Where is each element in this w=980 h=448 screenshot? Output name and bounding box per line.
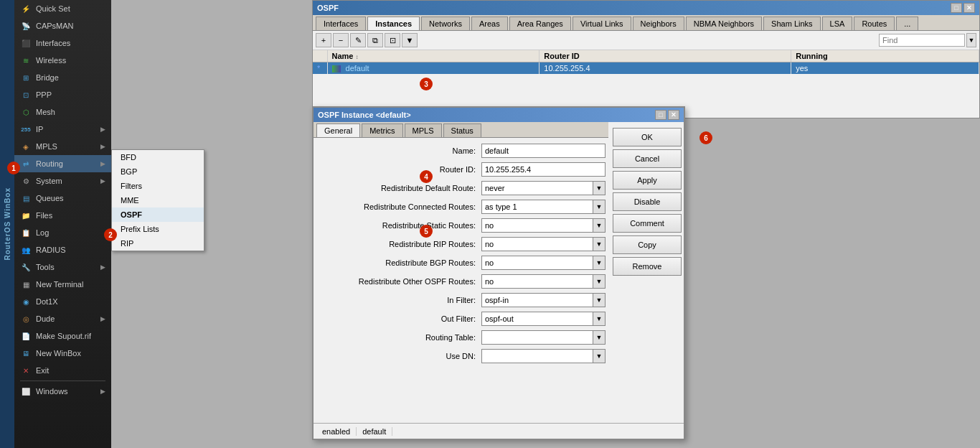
select-redistribute-rip[interactable] <box>481 237 593 251</box>
sidebar-item-label: IP <box>36 125 100 134</box>
tab-routes[interactable]: Routes <box>854 17 895 30</box>
sidebar-item-radius[interactable]: 👥 RADIUS <box>14 241 111 258</box>
tab-areas[interactable]: Areas <box>471 17 508 30</box>
sidebar-item-files[interactable]: 📁 Files <box>14 207 111 224</box>
tab-status[interactable]: Status <box>443 123 481 137</box>
search-dropdown[interactable]: ▼ <box>966 33 976 47</box>
sidebar-item-label: PPP <box>36 90 105 99</box>
sidebar-item-dude[interactable]: ◎ Dude ▶ <box>14 310 111 327</box>
input-name[interactable] <box>481 144 606 158</box>
tab-instances[interactable]: Instances <box>367 17 420 30</box>
select-out-filter[interactable] <box>481 312 593 326</box>
sidebar-item-mesh[interactable]: ⬡ Mesh <box>14 103 111 121</box>
select-redistribute-default[interactable] <box>481 181 593 195</box>
col-running-header[interactable]: Running <box>791 50 979 62</box>
tab-lsa[interactable]: LSA <box>822 17 853 30</box>
context-menu-item-mme[interactable]: MME <box>112 193 204 207</box>
instance-close-button[interactable]: ✕ <box>668 110 679 120</box>
search-input[interactable] <box>879 34 965 47</box>
sidebar-item-quick-set[interactable]: ⚡ Quick Set <box>14 0 111 17</box>
disable-button[interactable]: Disable <box>613 192 682 211</box>
sidebar-item-log[interactable]: 📋 Log <box>14 224 111 241</box>
copy-button[interactable]: Copy <box>613 235 682 254</box>
dropdown-redistribute-other-ospf[interactable]: ▼ <box>593 274 606 289</box>
sidebar-item-ppp[interactable]: ⊡ PPP <box>14 86 111 103</box>
instances-table: Name ↕ Router ID Running * default 10.25… <box>313 50 979 74</box>
add-button[interactable]: + <box>316 33 331 47</box>
dropdown-redistribute-bgp[interactable]: ▼ <box>593 256 606 270</box>
remove-button[interactable]: Remove <box>613 257 682 276</box>
context-menu-item-prefix-lists[interactable]: Prefix Lists <box>112 222 204 236</box>
sidebar-item-capsman[interactable]: 📡 CAPsMAN <box>14 17 111 34</box>
dropdown-in-filter[interactable]: ▼ <box>593 293 606 307</box>
sidebar-item-ip[interactable]: 255 IP ▶ <box>14 121 111 138</box>
dropdown-redistribute-rip[interactable]: ▼ <box>593 237 606 251</box>
sidebar-item-exit[interactable]: ✕ Exit <box>14 362 111 379</box>
context-menu-item-ospf[interactable]: OSPF <box>112 207 204 222</box>
tab-networks[interactable]: Networks <box>421 17 470 30</box>
sidebar-item-interfaces[interactable]: ⬛ Interfaces <box>14 34 111 52</box>
sidebar-item-label: New WinBox <box>36 349 105 358</box>
select-routing-table[interactable] <box>481 330 593 345</box>
col-router-id-header[interactable]: Router ID <box>540 50 791 62</box>
instance-maximize-button[interactable]: □ <box>655 110 666 120</box>
tab-general[interactable]: General <box>316 123 360 137</box>
context-menu-item-bfd[interactable]: BFD <box>112 150 204 164</box>
sidebar-item-mpls[interactable]: ◈ MPLS ▶ <box>14 138 111 155</box>
tab-virtual-links[interactable]: Virtual Links <box>573 17 631 30</box>
tab-metrics[interactable]: Metrics <box>362 123 402 137</box>
edit-button[interactable]: ✎ <box>350 33 366 47</box>
dropdown-redistribute-connected[interactable]: ▼ <box>593 200 606 214</box>
maximize-button[interactable]: □ <box>951 3 962 13</box>
filter-button[interactable]: ▼ <box>402 33 418 47</box>
select-redistribute-other-ospf[interactable] <box>481 274 593 289</box>
select-redistribute-connected[interactable] <box>481 200 593 214</box>
col-marker <box>313 50 327 62</box>
select-redistribute-bgp[interactable] <box>481 256 593 270</box>
sidebar-item-label: Routing <box>36 159 100 168</box>
select-in-filter[interactable] <box>481 293 593 307</box>
dropdown-out-filter[interactable]: ▼ <box>593 312 606 326</box>
tab-nbma-neighbors[interactable]: NBMA Neighbors <box>686 17 762 30</box>
sidebar-item-make-supout[interactable]: 📄 Make Supout.rif <box>14 327 111 345</box>
context-menu-item-bgp[interactable]: BGP <box>112 164 204 179</box>
table-row[interactable]: * default 10.255.255.4 yes <box>313 62 979 75</box>
remove-button[interactable]: − <box>333 33 349 47</box>
col-name-header[interactable]: Name ↕ <box>327 50 540 62</box>
tab-sham-links[interactable]: Sham Links <box>763 17 820 30</box>
sidebar-item-windows[interactable]: ⬜ Windows ▶ <box>14 383 111 400</box>
sidebar-item-routing[interactable]: ⇄ Routing ▶ <box>14 155 111 172</box>
instance-link[interactable]: default <box>346 64 369 73</box>
sidebar-item-bridge[interactable]: ⊞ Bridge <box>14 69 111 86</box>
sidebar-item-system[interactable]: ⚙ System ▶ <box>14 172 111 190</box>
close-button[interactable]: ✕ <box>963 3 975 13</box>
cancel-button[interactable]: Cancel <box>613 149 682 168</box>
tab-interfaces[interactable]: Interfaces <box>316 17 366 30</box>
dropdown-use-dn[interactable]: ▼ <box>593 349 606 363</box>
sidebar-item-wireless[interactable]: ≋ Wireless <box>14 52 111 69</box>
tab-more[interactable]: ... <box>896 17 918 30</box>
ok-button[interactable]: OK <box>613 128 682 146</box>
sidebar-item-new-terminal[interactable]: ▦ New Terminal <box>14 276 111 293</box>
input-router-id[interactable] <box>481 162 606 177</box>
comment-button[interactable]: Comment <box>613 214 682 233</box>
context-menu-item-filters[interactable]: Filters <box>112 179 204 193</box>
tab-area-ranges[interactable]: Area Ranges <box>509 17 571 30</box>
dropdown-redistribute-static[interactable]: ▼ <box>593 218 606 233</box>
select-use-dn[interactable] <box>481 349 593 363</box>
apply-button[interactable]: Apply <box>613 171 682 190</box>
tab-neighbors[interactable]: Neighbors <box>633 17 684 30</box>
dropdown-routing-table[interactable]: ▼ <box>593 330 606 345</box>
context-menu-item-rip[interactable]: RIP <box>112 236 204 251</box>
copy-button[interactable]: ⧉ <box>367 33 383 47</box>
select-redistribute-static[interactable] <box>481 218 593 233</box>
tab-mpls[interactable]: MPLS <box>405 123 442 137</box>
sidebar-item-dot1x[interactable]: ◉ Dot1X <box>14 293 111 310</box>
paste-button[interactable]: ⊡ <box>385 33 400 47</box>
sidebar-item-label: Windows <box>36 387 100 396</box>
ospf-titlebar: OSPF □ ✕ <box>313 1 979 15</box>
sidebar-item-queues[interactable]: ▤ Queues <box>14 190 111 207</box>
sidebar-item-new-winbox[interactable]: 🖥 New WinBox <box>14 345 111 362</box>
sidebar-item-tools[interactable]: 🔧 Tools ▶ <box>14 258 111 276</box>
dropdown-redistribute-default[interactable]: ▼ <box>593 181 606 195</box>
